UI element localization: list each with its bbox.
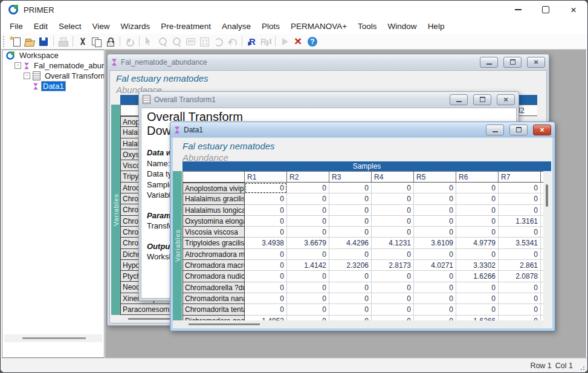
species-label-cell[interactable]: Viscosia viscosa	[183, 227, 245, 238]
data-cell[interactable]: 0	[329, 205, 372, 216]
column-header-r6[interactable]: R6	[456, 171, 499, 183]
data-cell[interactable]: 0	[456, 183, 499, 193]
column-header-r3[interactable]: R3	[329, 171, 372, 183]
data-cell[interactable]: 1.6266	[456, 316, 499, 320]
species-label-cell[interactable]: Oxystomina elongata	[183, 216, 245, 227]
data-cell[interactable]: 0	[372, 316, 414, 320]
data-cell[interactable]: 0	[287, 271, 329, 282]
data-cell[interactable]: 0	[414, 216, 456, 227]
data-cell[interactable]: 0	[414, 316, 456, 320]
data-cell[interactable]: 0	[499, 304, 541, 315]
data1-minimize-button[interactable]	[486, 125, 504, 135]
data-cell[interactable]: 0	[287, 216, 329, 227]
data-cell[interactable]: 0	[245, 205, 287, 216]
tree-node-overall-transform1[interactable]: -Overall Transform1	[2, 71, 104, 81]
species-label-cell[interactable]: Anoplostoma viviparum	[183, 183, 245, 193]
menu-tools[interactable]: Tools	[352, 20, 383, 33]
maximize-button[interactable]	[532, 1, 560, 19]
data-cell[interactable]: 2.861	[499, 260, 541, 271]
data-cell[interactable]: 0	[456, 249, 499, 260]
resize-grip[interactable]	[579, 365, 585, 371]
species-label-cell[interactable]: Atrochromadora microlaima	[183, 249, 245, 260]
data-cell[interactable]: 1.6266	[456, 271, 499, 282]
menu-view[interactable]: View	[87, 20, 115, 33]
species-label-cell[interactable]: Chromadorella ?dubia	[183, 282, 245, 293]
menu-wizards[interactable]: Wizards	[115, 20, 156, 33]
data-cell[interactable]: 0	[456, 293, 499, 304]
menu-analyse[interactable]: Analyse	[216, 20, 256, 33]
data-cell[interactable]: 0	[245, 249, 287, 260]
data-cell[interactable]: 0	[456, 304, 499, 315]
data-cell[interactable]: 0	[245, 282, 287, 293]
menu-permanova-[interactable]: PERMANOVA+	[285, 20, 352, 33]
data-cell[interactable]: 0	[245, 183, 287, 193]
abundance-close-button[interactable]: ×	[527, 57, 545, 68]
tree-horizontal-scrollbar[interactable]	[4, 334, 102, 342]
scrollbar-thumb[interactable]	[546, 184, 548, 207]
column-header-r1[interactable]: R1	[245, 171, 287, 183]
data-cell[interactable]: 0	[499, 205, 541, 216]
column-header-r4[interactable]: R4	[372, 171, 414, 183]
data-cell[interactable]: 0	[499, 183, 541, 193]
data-cell[interactable]: 0	[372, 293, 414, 304]
data-cell[interactable]: 0	[414, 293, 456, 304]
data1-maximize-button[interactable]	[509, 125, 528, 135]
open-icon[interactable]	[24, 36, 36, 48]
close-button[interactable]: ×	[560, 1, 587, 19]
species-label-cell[interactable]: Chromadorita tentabunda	[183, 304, 245, 315]
data-cell[interactable]: 0	[414, 227, 456, 238]
data-cell[interactable]: 0	[499, 193, 541, 204]
scrollbar-thumb[interactable]	[189, 323, 260, 325]
data-cell[interactable]: 0	[372, 249, 414, 260]
data-cell[interactable]: 0	[414, 205, 456, 216]
species-label-cell[interactable]: Halalaimus longicaudatus	[183, 205, 245, 216]
data-cell[interactable]: 4.4296	[329, 238, 372, 248]
species-label-cell[interactable]: Dichromadora geophila	[183, 316, 245, 320]
transform-close-button[interactable]: ×	[497, 94, 515, 105]
data-cell[interactable]: 0	[329, 183, 372, 193]
data-cell[interactable]: 0	[287, 282, 329, 293]
data-cell[interactable]: 0	[414, 183, 456, 193]
tree-expander-icon[interactable]: -	[15, 62, 21, 69]
data-cell[interactable]: 0	[414, 193, 456, 204]
data-cell[interactable]: 2.3206	[329, 260, 372, 271]
stop-icon[interactable]	[292, 36, 305, 48]
column-header-r5[interactable]: R5	[414, 171, 456, 183]
data-cell[interactable]: 0	[287, 183, 329, 193]
data1-horizontal-scrollbar[interactable]	[173, 320, 543, 328]
data-cell[interactable]: 0	[245, 216, 287, 227]
data-cell[interactable]: 0	[329, 227, 372, 238]
data-cell[interactable]: 1.3161	[499, 216, 541, 227]
tree-node-workspace[interactable]: Workspace	[2, 50, 104, 60]
data-cell[interactable]: 0	[372, 183, 414, 193]
data-cell[interactable]: 0	[329, 282, 372, 293]
menu-window[interactable]: Window	[383, 20, 422, 33]
species-label-cell[interactable]: Chromadorita nana	[183, 293, 245, 304]
data-cell[interactable]: 0	[372, 304, 414, 315]
data-cell[interactable]: 4.9779	[456, 238, 499, 248]
abundance-maximize-button[interactable]	[503, 57, 522, 68]
species-label-cell[interactable]: Chromadora nudicapitata	[183, 271, 245, 282]
data-cell[interactable]: 3.5341	[499, 238, 541, 248]
menu-edit[interactable]: Edit	[28, 20, 53, 33]
data-cell[interactable]: 0	[372, 193, 414, 204]
data-cell[interactable]: 0	[456, 205, 499, 216]
species-label-cell[interactable]: Tripyloides gracilis	[183, 238, 245, 248]
data-cell[interactable]: 0	[245, 227, 287, 238]
transform-minimize-button[interactable]	[450, 94, 468, 105]
data-cell[interactable]: 0	[372, 205, 414, 216]
data-cell[interactable]: 0	[456, 216, 499, 227]
data-cell[interactable]: 0	[414, 249, 456, 260]
menu-pre-treatment[interactable]: Pre-treatment	[155, 20, 216, 33]
column-header-corner[interactable]	[183, 171, 245, 183]
save-icon[interactable]	[37, 36, 50, 48]
data-cell[interactable]: 0	[329, 249, 372, 260]
data1-vertical-scrollbar[interactable]	[543, 171, 551, 320]
data1-titlebar[interactable]: Data1 ×	[170, 122, 555, 137]
data-cell[interactable]: 0	[499, 227, 541, 238]
data-cell[interactable]: 0	[372, 216, 414, 227]
tree-scrollbar-thumb[interactable]	[22, 337, 86, 339]
data-cell[interactable]: 0	[245, 304, 287, 315]
data-cell[interactable]: 0	[499, 282, 541, 293]
data-cell[interactable]: 0	[414, 271, 456, 282]
